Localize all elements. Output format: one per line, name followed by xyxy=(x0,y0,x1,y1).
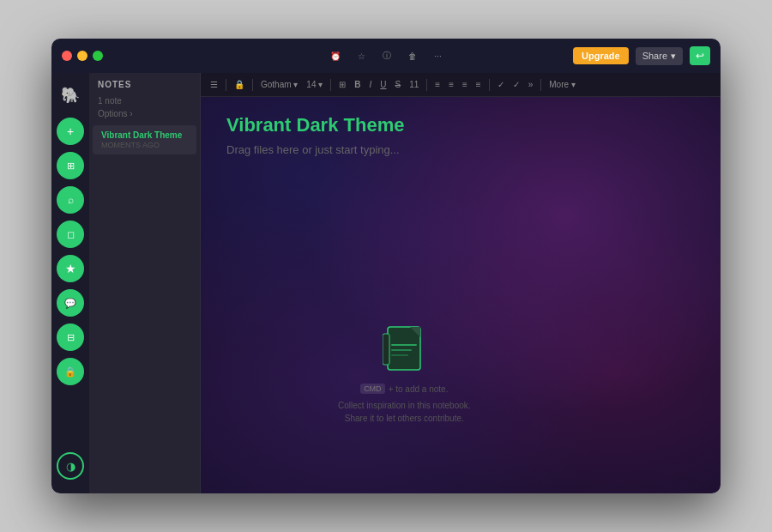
toolbar-layout-icon[interactable]: ☰ xyxy=(208,78,220,91)
note-item-time: MOMENTS AGO xyxy=(101,141,188,149)
shortcuts-button[interactable]: ★ xyxy=(57,255,84,282)
trash-icon[interactable]: 🗑 xyxy=(406,50,419,63)
toolbar-bold-button[interactable]: B xyxy=(352,78,363,91)
toolbar-italic-button[interactable]: I xyxy=(367,78,375,91)
upgrade-button[interactable]: Upgrade xyxy=(573,47,629,64)
notebook-icon xyxy=(383,325,425,375)
notes-header-label: Notes xyxy=(98,80,131,89)
empty-add-text: CMD + to add a note. xyxy=(360,384,448,394)
note-list-item[interactable]: Vibrant Dark Theme MOMENTS AGO xyxy=(93,125,196,154)
traffic-lights xyxy=(62,51,103,61)
editor-area: ☰ 🔒 Gotham ▾ 14 ▾ ⊞ B I U S 11 ≡ ≡ ≡ ≡ ✓ xyxy=(201,73,721,493)
toolbar-align-right[interactable]: ≡ xyxy=(460,78,470,91)
notes-list-panel: Notes 1 note Options › Vibrant Dark Them… xyxy=(89,73,201,493)
svg-rect-3 xyxy=(391,354,408,356)
lock-button[interactable]: 🔒 xyxy=(57,358,84,385)
app-window: ⏰ ☆ ⓘ 🗑 ··· Upgrade Share ▾ ↩ 🐘 + ⊞ ⌕ ◻ … xyxy=(51,39,721,493)
more-icon[interactable]: ··· xyxy=(431,50,443,63)
toolbar-divider-5 xyxy=(489,79,490,91)
title-bar-right: Upgrade Share ▾ ↩ xyxy=(573,46,710,65)
snippets-button[interactable]: ◻ xyxy=(57,221,84,248)
editor-inner: Vibrant Dark Theme Drag files here or ju… xyxy=(201,97,721,173)
back-arrow-button[interactable]: ↩ xyxy=(690,46,710,65)
svg-rect-0 xyxy=(388,327,420,370)
notebooks2-button[interactable]: ⊟ xyxy=(57,323,84,351)
toolbar-check1[interactable]: ✓ xyxy=(495,78,507,91)
elephant-icon[interactable]: 🐘 xyxy=(57,82,84,109)
title-bar: ⏰ ☆ ⓘ 🗑 ··· Upgrade Share ▾ ↩ xyxy=(51,39,721,73)
toolbar-underline-button[interactable]: U xyxy=(377,78,389,91)
toolbar-strikethrough-button[interactable]: S xyxy=(393,78,404,91)
note-item-title: Vibrant Dark Theme xyxy=(101,130,188,140)
workchat-button[interactable]: 💬 xyxy=(57,289,84,317)
notebooks-button[interactable]: ⊞ xyxy=(57,152,84,179)
plus-text: + to add a note. xyxy=(389,384,449,394)
toolbar-align-center[interactable]: ≡ xyxy=(446,78,456,91)
close-button[interactable] xyxy=(62,51,72,61)
title-bar-center: ⏰ ☆ ⓘ 🗑 ··· xyxy=(328,48,443,63)
toolbar-size-select[interactable]: 14 ▾ xyxy=(304,78,325,91)
empty-notebook-state: CMD + to add a note. Collect inspiration… xyxy=(338,325,471,425)
toolbar-divider-2 xyxy=(252,79,253,91)
note-placeholder: Drag files here or just start typing... xyxy=(226,143,695,156)
notes-options[interactable]: Options › xyxy=(89,107,200,124)
toolbar-size-number[interactable]: 11 xyxy=(407,78,421,91)
share-button[interactable]: Share ▾ xyxy=(636,47,683,65)
toolbar-more[interactable]: » xyxy=(526,78,536,91)
toolbar-grid-icon[interactable]: ⊞ xyxy=(336,78,348,91)
editor-toolbar: ☰ 🔒 Gotham ▾ 14 ▾ ⊞ B I U S 11 ≡ ≡ ≡ ≡ ✓ xyxy=(201,73,721,97)
note-title: Vibrant Dark Theme xyxy=(226,114,695,136)
toolbar-check2[interactable]: ✓ xyxy=(510,78,522,91)
svg-rect-5 xyxy=(383,334,389,365)
search-button[interactable]: ⌕ xyxy=(57,186,84,214)
editor-content[interactable]: Vibrant Dark Theme Drag files here or ju… xyxy=(201,97,721,493)
toolbar-indent[interactable]: ≡ xyxy=(473,78,484,91)
toolbar-divider-4 xyxy=(426,79,427,91)
maximize-button[interactable] xyxy=(93,51,103,61)
toolbar-divider-6 xyxy=(540,79,541,91)
alarm-icon[interactable]: ⏰ xyxy=(328,50,343,63)
shortcut-kbd: CMD xyxy=(360,384,385,394)
minimize-button[interactable] xyxy=(77,51,87,61)
toolbar-align-left[interactable]: ≡ xyxy=(432,78,443,91)
toolbar-font-select[interactable]: Gotham ▾ xyxy=(258,78,300,91)
profile-button[interactable]: ◑ xyxy=(57,452,84,480)
empty-description: Collect inspiration in this notebook. Sh… xyxy=(338,399,471,425)
svg-rect-2 xyxy=(391,349,412,351)
notes-count: 1 note xyxy=(89,93,200,107)
info-icon[interactable]: ⓘ xyxy=(380,48,394,63)
new-note-button[interactable]: + xyxy=(57,118,84,145)
sidebar-icons: 🐘 + ⊞ ⌕ ◻ ★ 💬 ⊟ 🔒 ◑ xyxy=(51,73,89,493)
toolbar-divider-3 xyxy=(330,79,331,91)
toolbar-lock-icon[interactable]: 🔒 xyxy=(232,78,247,91)
notes-list-header: Notes xyxy=(89,73,200,93)
main-layout: 🐘 + ⊞ ⌕ ◻ ★ 💬 ⊟ 🔒 ◑ Notes 1 note Options… xyxy=(51,73,721,493)
svg-rect-1 xyxy=(391,344,417,346)
toolbar-divider-1 xyxy=(226,79,226,91)
toolbar-more-label[interactable]: More ▾ xyxy=(546,78,578,91)
star-icon[interactable]: ☆ xyxy=(355,50,368,63)
